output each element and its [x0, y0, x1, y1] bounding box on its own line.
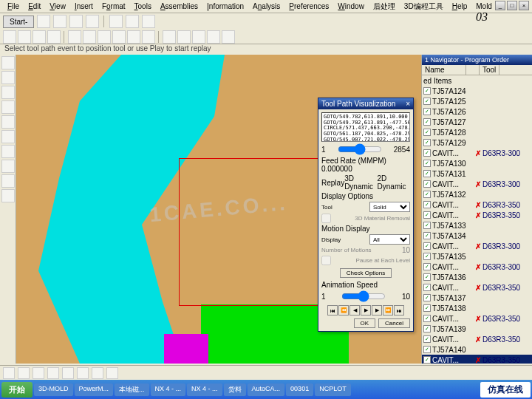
tool-icon[interactable] [109, 15, 123, 28]
tool-icon[interactable] [47, 367, 59, 379]
minimize-icon[interactable]: _ [495, 1, 505, 10]
tool-icon[interactable] [1, 56, 15, 69]
checkbox-icon[interactable]: ✓ [423, 201, 431, 208]
tool-icon[interactable] [62, 367, 74, 379]
checkbox-icon[interactable]: ✓ [423, 211, 431, 219]
checkbox-icon[interactable]: ✓ [423, 108, 431, 115]
tool-icon[interactable] [86, 15, 99, 28]
nav-item[interactable]: ✓CAVIT...✗D63R3-350 [422, 282, 532, 293]
cancel-button[interactable]: Cancel [378, 318, 410, 328]
menu-view[interactable]: View [45, 1, 70, 12]
tool-icon[interactable] [1, 115, 15, 129]
tool-icon[interactable] [126, 15, 139, 28]
position-slider[interactable] [338, 143, 382, 155]
taskbar-item[interactable]: 本地磁... [115, 383, 149, 396]
tool-icon[interactable] [106, 367, 118, 379]
tool-icon[interactable] [112, 30, 126, 44]
col-status[interactable] [466, 65, 480, 75]
menu-window[interactable]: Window [333, 1, 369, 12]
nav-item[interactable]: ✓TJ57A138 [422, 303, 532, 313]
menu-help[interactable]: Help [448, 1, 472, 12]
menu-format[interactable]: Format [98, 1, 130, 12]
tool-icon[interactable] [77, 367, 89, 379]
tab-2d[interactable]: 2D Dynamic [378, 174, 410, 191]
tool-icon[interactable] [69, 15, 83, 28]
tool-icon[interactable] [177, 30, 191, 44]
checkbox-icon[interactable]: ✓ [423, 346, 431, 353]
tool-icon[interactable] [1, 189, 15, 202]
forward-end-icon[interactable]: ⏭ [394, 305, 404, 316]
step-fwd-icon[interactable]: ▶ [372, 305, 382, 316]
start-button[interactable]: Start- [3, 16, 34, 28]
tool-icon[interactable] [1, 145, 15, 158]
tool-icon[interactable] [33, 30, 46, 44]
checkbox-icon[interactable]: ✓ [423, 263, 431, 270]
taskbar-item[interactable]: PowerM... [75, 383, 114, 396]
checkbox-icon[interactable]: ✓ [423, 242, 431, 250]
menu-information[interactable]: Information [202, 1, 248, 12]
nav-item[interactable]: ✓TJ57A140 [422, 344, 532, 355]
tool-icon[interactable] [33, 367, 44, 379]
tool-icon[interactable] [3, 367, 15, 379]
tool-icon[interactable] [142, 15, 155, 28]
close-icon[interactable]: × [519, 1, 529, 10]
nav-item[interactable]: ✓CAVIT...✗D63R3-300 [422, 262, 532, 272]
ok-button[interactable]: OK [354, 318, 376, 328]
checkbox-icon[interactable]: ✓ [423, 284, 431, 291]
start-menu-button[interactable]: 开始 [1, 382, 33, 398]
menu-analysis[interactable]: Analysis [248, 1, 284, 12]
tool-icon[interactable] [1, 86, 15, 99]
step-back-icon[interactable]: ◀ [349, 305, 360, 316]
nav-item[interactable]: ✓TJ57A127 [422, 117, 532, 127]
nav-item[interactable]: ✓TJ57A134 [422, 231, 532, 241]
tool-icon[interactable] [207, 30, 220, 44]
tool-icon[interactable] [3, 30, 16, 44]
tool-icon[interactable] [68, 30, 81, 44]
menu-file[interactable]: File [3, 1, 24, 12]
taskbar-item[interactable]: 3D-MOLD [34, 383, 73, 396]
checkbox-icon[interactable]: ✓ [423, 98, 431, 105]
taskbar-item[interactable]: NX 4 - ... [151, 383, 186, 396]
nav-item[interactable]: ✓CAVIT...✗D63R3-350 [422, 200, 532, 210]
close-icon[interactable]: × [406, 100, 410, 108]
taskbar-item[interactable]: 货料 [224, 383, 246, 396]
tool-icon[interactable] [1, 130, 15, 143]
nav-item[interactable]: ✓CAVIT...✗D63R3-300 [422, 179, 532, 189]
tab-3d[interactable]: 3D Dynamic [344, 174, 377, 191]
rewind-icon[interactable]: ⏪ [338, 305, 349, 316]
checkbox-icon[interactable]: ✓ [423, 191, 431, 198]
tool-select[interactable]: Solid [369, 202, 410, 212]
tool-icon[interactable] [37, 15, 50, 28]
play-icon[interactable]: ▶ [361, 305, 371, 316]
tool-icon[interactable] [1, 100, 15, 114]
checkbox-icon[interactable]: ✓ [423, 87, 431, 95]
display-select[interactable]: All [369, 234, 410, 245]
nav-item[interactable]: ✓CAVIT...✗D63R3-350 [422, 355, 532, 364]
menu-3dtool[interactable]: 3D编程工具 [400, 0, 448, 13]
nav-item[interactable]: ✓TJ57A132 [422, 189, 532, 200]
taskbar-item[interactable]: AutoCA... [248, 383, 285, 396]
tool-icon[interactable] [1, 160, 15, 173]
nav-item[interactable]: ✓CAVIT...✗D63R3-350 [422, 313, 532, 324]
nav-item[interactable]: ✓CAVIT...✗D63R3-350 [422, 210, 532, 220]
menu-insert[interactable]: Insert [70, 1, 98, 12]
maximize-icon[interactable]: □ [507, 1, 517, 10]
nav-item[interactable]: ✓TJ57A136 [422, 272, 532, 282]
menu-tools[interactable]: Tools [130, 1, 156, 12]
nav-item[interactable]: ✓CAVIT...✗D63R3-300 [422, 148, 532, 158]
checkbox-icon[interactable]: ✓ [423, 273, 431, 281]
checkbox-icon[interactable]: ✓ [423, 356, 431, 364]
tool-icon[interactable] [1, 71, 15, 84]
menu-edit[interactable]: Edit [24, 1, 45, 12]
taskbar-item[interactable]: NX 4 - ... [187, 383, 222, 396]
tool-icon[interactable] [47, 30, 61, 44]
checkbox-icon[interactable]: ✓ [423, 315, 431, 322]
nav-item[interactable]: ✓TJ57A126 [422, 106, 532, 117]
checkbox-icon[interactable]: ✓ [423, 170, 431, 177]
checkbox-icon[interactable]: ✓ [423, 180, 431, 188]
nav-item[interactable]: ✓TJ57A129 [422, 137, 532, 148]
tool-icon[interactable] [192, 30, 205, 44]
nav-item[interactable]: ✓TJ57A124 [422, 86, 532, 96]
nav-item[interactable]: ✓TJ57A128 [422, 127, 532, 137]
rewind-start-icon[interactable]: ⏮ [327, 305, 338, 316]
